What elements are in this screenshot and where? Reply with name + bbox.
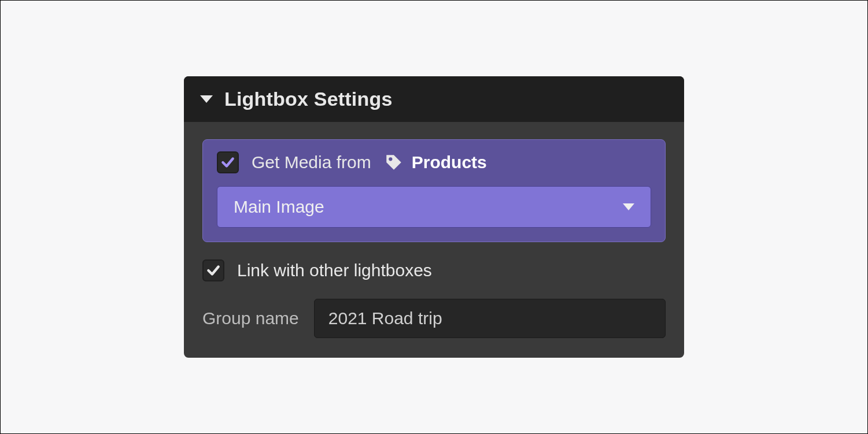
media-source-block: Get Media from Products Main Image — [202, 139, 666, 242]
group-name-value: 2021 Road trip — [328, 309, 442, 328]
panel-body: Get Media from Products Main Image Link … — [184, 122, 684, 358]
link-lightboxes-label: Link with other lightboxes — [237, 261, 432, 280]
svg-point-0 — [389, 157, 392, 161]
group-name-input[interactable]: 2021 Road trip — [314, 299, 666, 338]
link-lightboxes-row: Link with other lightboxes — [202, 259, 666, 281]
tag-icon — [384, 153, 404, 172]
select-value: Main Image — [234, 197, 324, 217]
check-icon — [220, 155, 235, 170]
chevron-down-icon — [200, 95, 213, 103]
group-name-row: Group name 2021 Road trip — [202, 299, 666, 338]
panel-title: Lightbox Settings — [224, 88, 393, 110]
check-icon — [206, 263, 221, 278]
get-media-label: Get Media from — [252, 153, 371, 172]
lightbox-settings-panel: Lightbox Settings Get Media from Product… — [184, 76, 684, 358]
chevron-down-icon — [623, 203, 634, 210]
get-media-checkbox[interactable] — [217, 151, 239, 173]
link-lightboxes-checkbox[interactable] — [202, 259, 224, 281]
media-source-name: Products — [412, 153, 487, 172]
get-media-row: Get Media from Products — [217, 151, 651, 173]
media-field-select[interactable]: Main Image — [217, 186, 651, 228]
panel-header[interactable]: Lightbox Settings — [184, 76, 684, 122]
group-name-label: Group name — [202, 309, 299, 328]
